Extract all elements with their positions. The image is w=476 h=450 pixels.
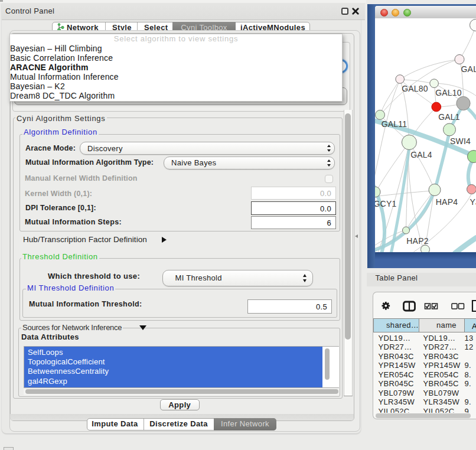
svg-text:SWI4: SWI4 (449, 136, 470, 146)
svg-text:HAP2: HAP2 (406, 236, 428, 245)
svg-text:GAL80: GAL80 (402, 83, 428, 93)
svg-text:YJ: YJ (470, 197, 476, 207)
svg-text:GCY1: GCY1 (375, 198, 396, 208)
svg-text:HAP4: HAP4 (435, 197, 457, 207)
svg-text:GAL11: GAL11 (381, 119, 407, 129)
svg-text:GAL1: GAL1 (438, 112, 460, 122)
svg-text:GAL7: GAL7 (461, 64, 476, 73)
svg-text:GAL4: GAL4 (410, 149, 432, 159)
svg-text:GAL10: GAL10 (435, 87, 462, 97)
